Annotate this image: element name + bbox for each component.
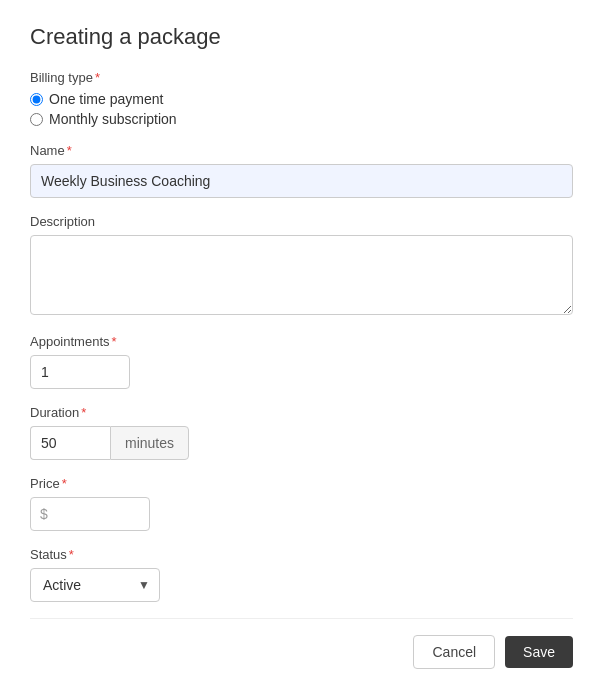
price-wrapper: $ (30, 497, 150, 531)
description-input[interactable] (30, 235, 573, 315)
appointments-label: Appointments* (30, 334, 573, 349)
price-input[interactable] (30, 497, 150, 531)
appointments-input[interactable] (30, 355, 130, 389)
description-group: Description (30, 214, 573, 318)
save-button[interactable]: Save (505, 636, 573, 668)
description-label: Description (30, 214, 573, 229)
status-select-wrapper: Active Inactive ▼ (30, 568, 160, 602)
price-required: * (62, 476, 67, 491)
one-time-radio-input[interactable] (30, 93, 43, 106)
duration-unit-label: minutes (110, 426, 189, 460)
status-required: * (69, 547, 74, 562)
price-group: Price* $ (30, 476, 573, 531)
appointments-group: Appointments* (30, 334, 573, 389)
name-input[interactable] (30, 164, 573, 198)
required-indicator: * (95, 70, 100, 85)
one-time-payment-radio[interactable]: One time payment (30, 91, 573, 107)
monthly-radio-input[interactable] (30, 113, 43, 126)
monthly-subscription-radio[interactable]: Monthly subscription (30, 111, 573, 127)
status-select[interactable]: Active Inactive (30, 568, 160, 602)
footer-actions: Cancel Save (30, 618, 573, 669)
appointments-required: * (112, 334, 117, 349)
status-group: Status* Active Inactive ▼ (30, 547, 573, 602)
duration-required: * (81, 405, 86, 420)
billing-type-group: Billing type* One time payment Monthly s… (30, 70, 573, 127)
price-symbol: $ (40, 506, 48, 522)
page-title: Creating a package (30, 24, 573, 50)
name-group: Name* (30, 143, 573, 198)
duration-group: Duration* minutes (30, 405, 573, 460)
price-label: Price* (30, 476, 573, 491)
duration-wrapper: minutes (30, 426, 573, 460)
duration-input[interactable] (30, 426, 110, 460)
duration-label: Duration* (30, 405, 573, 420)
form-container: Creating a package Billing type* One tim… (0, 0, 603, 680)
billing-type-label: Billing type* (30, 70, 573, 85)
status-label: Status* (30, 547, 573, 562)
cancel-button[interactable]: Cancel (413, 635, 495, 669)
name-label: Name* (30, 143, 573, 158)
name-required: * (67, 143, 72, 158)
